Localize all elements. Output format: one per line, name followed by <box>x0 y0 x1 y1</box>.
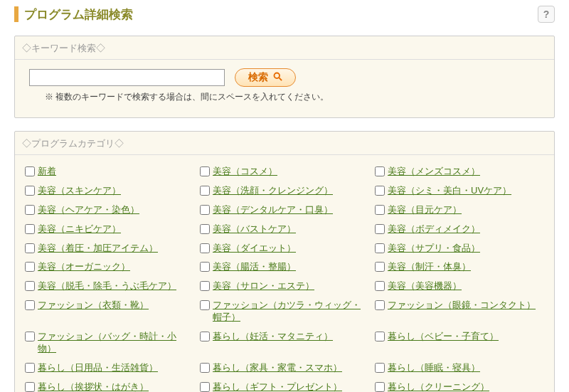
category-item[interactable]: 暮らし（家具・家電・スマホ） <box>200 359 369 378</box>
category-item[interactable]: 美容（脱毛・除毛・うぶ毛ケア） <box>25 277 194 296</box>
category-link[interactable]: ファッション（バッグ・時計・小物） <box>38 331 194 355</box>
category-item[interactable]: ファッション（バッグ・時計・小物） <box>25 327 194 359</box>
help-button[interactable]: ? <box>538 6 555 23</box>
category-checkbox[interactable] <box>200 300 210 310</box>
category-item[interactable]: 暮らし（妊活・マタニティ） <box>200 327 369 359</box>
category-link[interactable]: 暮らし（睡眠・寝具） <box>388 362 480 374</box>
keyword-input[interactable] <box>29 69 225 86</box>
category-item[interactable]: 美容（バストケア） <box>200 220 369 239</box>
category-link[interactable]: 新着 <box>38 166 56 178</box>
category-checkbox[interactable] <box>200 382 210 392</box>
category-checkbox[interactable] <box>25 186 35 196</box>
category-item[interactable]: 美容（デンタルケア・口臭） <box>200 201 369 220</box>
category-item[interactable]: 美容（メンズコスメ） <box>375 162 544 181</box>
category-link[interactable]: 暮らし（家具・家電・スマホ） <box>213 362 342 374</box>
category-checkbox[interactable] <box>375 300 385 310</box>
category-checkbox[interactable] <box>200 243 210 253</box>
category-item[interactable]: 美容（サロン・エステ） <box>200 277 369 296</box>
category-link[interactable]: 美容（着圧・加圧アイテム） <box>38 243 158 255</box>
category-link[interactable]: 暮らし（ギフト・プレゼント） <box>213 381 342 392</box>
category-link[interactable]: 美容（バストケア） <box>213 223 296 235</box>
category-checkbox[interactable] <box>375 186 385 196</box>
category-checkbox[interactable] <box>25 332 35 341</box>
category-item[interactable]: ファッション（カツラ・ウィッグ・帽子） <box>200 296 369 327</box>
category-item[interactable]: 暮らし（ベビー・子育て） <box>375 327 544 359</box>
category-checkbox[interactable] <box>200 281 210 291</box>
category-link[interactable]: 美容（ボディメイク） <box>388 223 480 235</box>
category-link[interactable]: 美容（サロン・エステ） <box>213 280 314 292</box>
category-link[interactable]: 暮らし（クリーニング） <box>388 381 489 392</box>
category-item[interactable]: 美容（目元ケア） <box>375 201 544 220</box>
category-item[interactable]: 暮らし（日用品・生活雑貨） <box>25 359 194 378</box>
category-checkbox[interactable] <box>375 382 385 392</box>
category-item[interactable]: 美容（ダイエット） <box>200 239 369 258</box>
category-link[interactable]: 美容（シミ・美白・UVケア） <box>388 185 511 197</box>
category-checkbox[interactable] <box>25 262 35 272</box>
category-checkbox[interactable] <box>200 166 210 176</box>
category-item[interactable]: 暮らし（挨拶状・はがき） <box>25 378 194 392</box>
category-checkbox[interactable] <box>375 332 385 341</box>
category-checkbox[interactable] <box>25 382 35 392</box>
category-link[interactable]: 美容（脱毛・除毛・うぶ毛ケア） <box>38 280 176 292</box>
category-link[interactable]: 暮らし（挨拶状・はがき） <box>38 381 149 392</box>
category-item[interactable]: 美容（スキンケア） <box>25 181 194 201</box>
category-item[interactable]: ファッション（衣類・靴） <box>25 296 194 327</box>
category-item[interactable]: 暮らし（クリーニング） <box>375 378 544 392</box>
category-link[interactable]: 美容（腸活・整腸） <box>213 261 296 273</box>
category-item[interactable]: 美容（サプリ・食品） <box>375 239 544 258</box>
category-item[interactable]: 美容（オーガニック） <box>25 258 194 277</box>
category-link[interactable]: 美容（ダイエット） <box>213 243 296 255</box>
category-checkbox[interactable] <box>375 243 385 253</box>
category-checkbox[interactable] <box>200 224 210 234</box>
category-checkbox[interactable] <box>375 166 385 176</box>
category-item[interactable]: 美容（シミ・美白・UVケア） <box>375 181 544 201</box>
category-link[interactable]: ファッション（カツラ・ウィッグ・帽子） <box>213 300 369 324</box>
category-checkbox[interactable] <box>25 205 35 215</box>
category-item[interactable]: 美容（着圧・加圧アイテム） <box>25 239 194 258</box>
category-link[interactable]: 美容（制汗・体臭） <box>388 261 471 273</box>
category-item[interactable]: 美容（腸活・整腸） <box>200 258 369 277</box>
category-item[interactable]: 美容（ニキビケア） <box>25 220 194 239</box>
category-checkbox[interactable] <box>375 363 385 373</box>
category-link[interactable]: 暮らし（ベビー・子育て） <box>388 331 499 343</box>
category-checkbox[interactable] <box>375 205 385 215</box>
category-link[interactable]: ファッション（眼鏡・コンタクト） <box>388 300 536 312</box>
category-item[interactable]: 暮らし（睡眠・寝具） <box>375 359 544 378</box>
category-link[interactable]: ファッション（衣類・靴） <box>38 300 149 312</box>
category-item[interactable]: 美容（制汗・体臭） <box>375 258 544 277</box>
category-item[interactable]: 暮らし（ギフト・プレゼント） <box>200 378 369 392</box>
category-item[interactable]: 新着 <box>25 162 194 181</box>
category-checkbox[interactable] <box>25 243 35 253</box>
category-link[interactable]: 美容（サプリ・食品） <box>388 243 480 255</box>
search-button[interactable]: 検索 <box>235 68 296 87</box>
category-checkbox[interactable] <box>25 281 35 291</box>
category-link[interactable]: 美容（ヘアケア・染色） <box>38 204 139 216</box>
category-item[interactable]: 美容（ヘアケア・染色） <box>25 201 194 220</box>
category-link[interactable]: 美容（デンタルケア・口臭） <box>213 204 333 216</box>
category-link[interactable]: 美容（スキンケア） <box>38 185 121 197</box>
category-item[interactable]: 美容（コスメ） <box>200 162 369 181</box>
category-checkbox[interactable] <box>25 363 35 373</box>
category-link[interactable]: 美容（メンズコスメ） <box>388 166 480 178</box>
category-link[interactable]: 美容（オーガニック） <box>38 261 130 273</box>
category-checkbox[interactable] <box>200 332 210 341</box>
category-link[interactable]: 暮らし（妊活・マタニティ） <box>213 331 333 343</box>
category-checkbox[interactable] <box>25 224 35 234</box>
category-checkbox[interactable] <box>200 262 210 272</box>
category-checkbox[interactable] <box>200 186 210 196</box>
category-checkbox[interactable] <box>200 205 210 215</box>
category-link[interactable]: 美容（美容機器） <box>388 280 462 292</box>
category-checkbox[interactable] <box>375 281 385 291</box>
category-checkbox[interactable] <box>25 300 35 310</box>
category-link[interactable]: 美容（目元ケア） <box>388 204 462 216</box>
category-link[interactable]: 美容（ニキビケア） <box>38 223 121 235</box>
category-link[interactable]: 暮らし（日用品・生活雑貨） <box>38 362 158 374</box>
category-item[interactable]: ファッション（眼鏡・コンタクト） <box>375 296 544 327</box>
category-item[interactable]: 美容（美容機器） <box>375 277 544 296</box>
category-checkbox[interactable] <box>375 224 385 234</box>
category-checkbox[interactable] <box>375 262 385 272</box>
category-item[interactable]: 美容（洗顔・クレンジング） <box>200 181 369 201</box>
category-link[interactable]: 美容（コスメ） <box>213 166 277 178</box>
category-checkbox[interactable] <box>200 363 210 373</box>
category-item[interactable]: 美容（ボディメイク） <box>375 220 544 239</box>
